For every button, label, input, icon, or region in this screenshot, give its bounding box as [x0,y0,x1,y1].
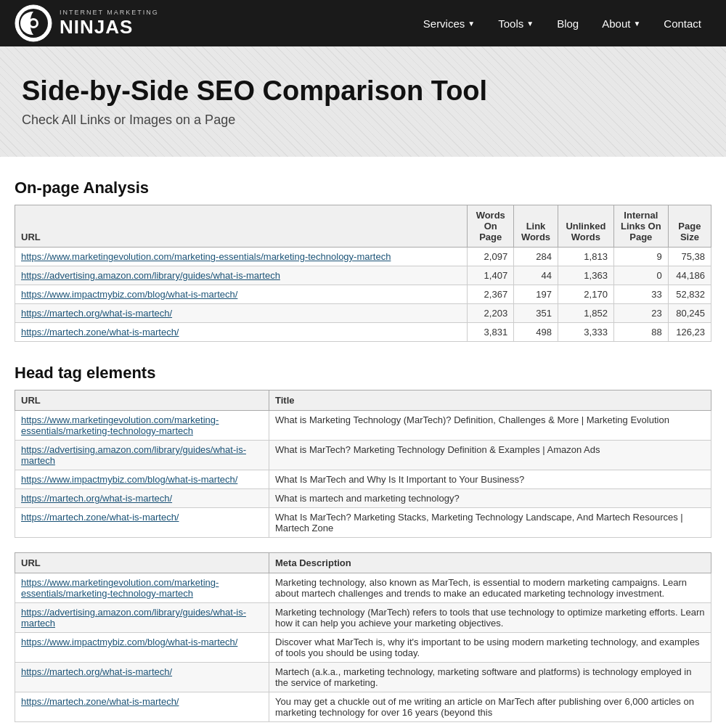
meta-row: https://advertising.amazon.com/library/g… [15,603,711,633]
onpage-words-cell: 2,097 [468,248,514,266]
onpage-url-cell: https://martech.org/what-is-martech/ [15,304,468,323]
meta-value-cell: Marketing technology, also known as MarT… [269,573,711,603]
onpage-pagesize-cell: 52,832 [668,285,711,304]
meta-url-link[interactable]: https://martech.zone/what-is-martech/ [21,696,179,707]
onpage-internal-header: Internal Links On Page [613,205,668,248]
nav-blog[interactable]: Blog [547,12,589,36]
onpage-pagesize-header: Page Size [668,205,711,248]
onpage-url-link[interactable]: https://www.marketingevolution.com/marke… [21,251,391,262]
title-url-cell: https://martech.org/what-is-martech/ [15,489,269,508]
onpage-words-cell: 3,831 [468,323,514,342]
onpage-unlinked-header: Unlinked Words [558,205,613,248]
navbar: INTERNET MARKETING NINJAS Services ▼ Too… [0,0,726,46]
onpage-url-cell: https://www.impactmybiz.com/blog/what-is… [15,285,468,304]
nav-tools[interactable]: Tools ▼ [488,12,544,36]
title-row: https://martech.zone/what-is-martech/ Wh… [15,508,711,538]
onpage-pagesize-cell: 44,186 [668,266,711,285]
meta-url-cell: https://martech.org/what-is-martech/ [15,663,269,692]
meta-url-cell: https://www.marketingevolution.com/marke… [15,573,269,603]
onpage-internal-cell: 0 [613,266,668,285]
title-url-cell: https://www.marketingevolution.com/marke… [15,411,269,441]
onpage-linkwords-cell: 498 [514,323,558,342]
logo-icon [15,4,52,42]
onpage-words-cell: 1,407 [468,266,514,285]
title-row: https://www.marketingevolution.com/marke… [15,411,711,441]
title-url-header: URL [15,390,269,411]
onpage-internal-cell: 88 [613,323,668,342]
onpage-pagesize-cell: 126,23 [668,323,711,342]
title-url-link[interactable]: https://advertising.amazon.com/library/g… [21,444,246,466]
logo-text: INTERNET MARKETING NINJAS [60,9,159,37]
logo-link[interactable]: INTERNET MARKETING NINJAS [15,4,159,42]
meta-url-link[interactable]: https://martech.org/what-is-martech/ [21,666,172,677]
title-url-link[interactable]: https://martech.zone/what-is-martech/ [21,512,179,523]
onpage-pagesize-cell: 80,245 [668,304,711,323]
meta-row: https://www.impactmybiz.com/blog/what-is… [15,633,711,663]
hero-title: Side-by-Side SEO Comparison Tool [22,75,704,107]
title-value-cell: What Is MarTech and Why Is It Important … [269,470,711,489]
onpage-url-link[interactable]: https://martech.zone/what-is-martech/ [21,327,179,338]
meta-url-link[interactable]: https://advertising.amazon.com/library/g… [21,607,246,629]
onpage-internal-cell: 33 [613,285,668,304]
title-value-cell: What is MarTech? Marketing Technology De… [269,441,711,470]
title-url-link[interactable]: https://martech.org/what-is-martech/ [21,493,172,504]
meta-col-header: Meta Description [269,553,711,573]
meta-value-cell: Martech (a.k.a., marketing technology, m… [269,663,711,692]
meta-table: URL Meta Description https://www.marketi… [15,552,711,722]
meta-url-link[interactable]: https://www.marketingevolution.com/marke… [21,577,219,599]
onpage-unlinked-cell: 1,363 [558,266,613,285]
onpage-url-cell: https://www.marketingevolution.com/marke… [15,248,468,266]
onpage-url-cell: https://advertising.amazon.com/library/g… [15,266,468,285]
svg-point-3 [30,20,36,26]
title-value-cell: What Is MarTech? Marketing Stacks, Marke… [269,508,711,538]
meta-url-cell: https://martech.zone/what-is-martech/ [15,692,269,722]
nav-contact[interactable]: Contact [653,12,711,36]
title-value-cell: What is martech and marketing technology… [269,489,711,508]
onpage-unlinked-cell: 1,852 [558,304,613,323]
onpage-linkwords-cell: 44 [514,266,558,285]
onpage-row: https://martech.zone/what-is-martech/ 3,… [15,323,711,342]
meta-url-link[interactable]: https://www.impactmybiz.com/blog/what-is… [21,637,237,647]
title-value-cell: What is Marketing Technology (MarTech)? … [269,411,711,441]
title-row: https://martech.org/what-is-martech/ Wha… [15,489,711,508]
title-url-link[interactable]: https://www.impactmybiz.com/blog/what-is… [21,474,237,485]
onpage-table: URL Words On Page Link Words Unlinked Wo… [15,205,711,342]
title-row: https://www.impactmybiz.com/blog/what-is… [15,470,711,489]
meta-url-header: URL [15,553,269,573]
head-tag-section-title: Head tag elements [15,364,711,383]
meta-url-cell: https://advertising.amazon.com/library/g… [15,603,269,633]
onpage-words-cell: 2,203 [468,304,514,323]
onpage-url-link[interactable]: https://advertising.amazon.com/library/g… [21,270,280,281]
onpage-link-words-header: Link Words [514,205,558,248]
onpage-row: https://www.marketingevolution.com/marke… [15,248,711,266]
title-col-header: Title [269,390,711,411]
main-content: On-page Analysis URL Words On Page Link … [0,157,726,728]
onpage-unlinked-cell: 3,333 [558,323,613,342]
title-url-link[interactable]: https://www.marketingevolution.com/marke… [21,414,219,436]
nav-about[interactable]: About ▼ [592,12,650,36]
meta-row: https://www.marketingevolution.com/marke… [15,573,711,603]
onpage-url-link[interactable]: https://martech.org/what-is-martech/ [21,308,172,319]
tools-dropdown-arrow: ▼ [526,20,534,28]
hero-section: Side-by-Side SEO Comparison Tool Check A… [0,46,726,157]
onpage-internal-cell: 9 [613,248,668,266]
nav-services[interactable]: Services ▼ [413,12,485,36]
onpage-unlinked-cell: 1,813 [558,248,613,266]
about-dropdown-arrow: ▼ [633,20,640,28]
title-url-cell: https://martech.zone/what-is-martech/ [15,508,269,538]
meta-row: https://martech.zone/what-is-martech/ Yo… [15,692,711,722]
onpage-linkwords-cell: 284 [514,248,558,266]
onpage-url-link[interactable]: https://www.impactmybiz.com/blog/what-is… [21,289,237,300]
title-url-cell: https://www.impactmybiz.com/blog/what-is… [15,470,269,489]
meta-value-cell: Discover what MarTech is, why it's impor… [269,633,711,663]
onpage-internal-cell: 23 [613,304,668,323]
title-row: https://advertising.amazon.com/library/g… [15,441,711,470]
onpage-linkwords-cell: 197 [514,285,558,304]
meta-url-cell: https://www.impactmybiz.com/blog/what-is… [15,633,269,663]
meta-row: https://martech.org/what-is-martech/ Mar… [15,663,711,692]
onpage-row: https://martech.org/what-is-martech/ 2,2… [15,304,711,323]
onpage-row: https://www.impactmybiz.com/blog/what-is… [15,285,711,304]
onpage-section-title: On-page Analysis [15,179,711,197]
nav-links: Services ▼ Tools ▼ Blog About ▼ Contact [413,12,711,36]
title-url-cell: https://advertising.amazon.com/library/g… [15,441,269,470]
